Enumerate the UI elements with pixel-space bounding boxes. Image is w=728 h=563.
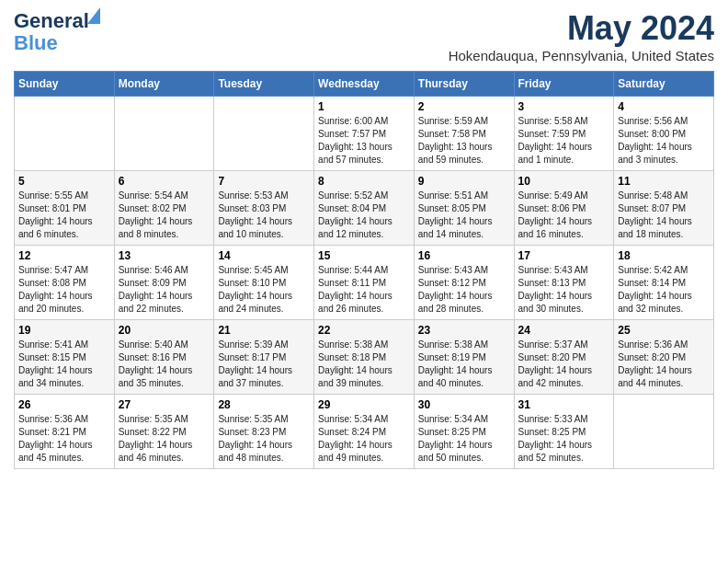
- calendar-day-cell: 19Sunrise: 5:41 AM Sunset: 8:15 PM Dayli…: [15, 320, 115, 395]
- calendar-day-cell: 26Sunrise: 5:36 AM Sunset: 8:21 PM Dayli…: [15, 395, 115, 469]
- day-number: 13: [119, 249, 210, 262]
- calendar-day-cell: 6Sunrise: 5:54 AM Sunset: 8:02 PM Daylig…: [114, 171, 214, 246]
- day-info: Sunrise: 5:47 AM Sunset: 8:08 PM Dayligh…: [18, 264, 110, 316]
- main-title: May 2024: [449, 9, 714, 48]
- day-info: Sunrise: 5:54 AM Sunset: 8:02 PM Dayligh…: [119, 190, 210, 241]
- calendar-day-cell: 15Sunrise: 5:44 AM Sunset: 8:11 PM Dayli…: [314, 246, 415, 320]
- day-info: Sunrise: 5:43 AM Sunset: 8:13 PM Dayligh…: [518, 264, 610, 316]
- day-number: 9: [418, 175, 510, 188]
- logo: General Blue: [14, 9, 89, 55]
- calendar-day-cell: [614, 395, 714, 469]
- logo-blue: Blue: [14, 31, 58, 55]
- day-info: Sunrise: 5:59 AM Sunset: 7:58 PM Dayligh…: [418, 115, 510, 167]
- day-info: Sunrise: 5:34 AM Sunset: 8:25 PM Dayligh…: [418, 413, 510, 465]
- calendar-table: SundayMondayTuesdayWednesdayThursdayFrid…: [14, 71, 714, 469]
- day-info: Sunrise: 5:41 AM Sunset: 8:15 PM Dayligh…: [18, 339, 110, 390]
- day-number: 17: [518, 249, 610, 262]
- calendar-day-cell: 18Sunrise: 5:42 AM Sunset: 8:14 PM Dayli…: [614, 246, 714, 320]
- day-info: Sunrise: 5:43 AM Sunset: 8:12 PM Dayligh…: [418, 264, 510, 316]
- day-info: Sunrise: 5:36 AM Sunset: 8:20 PM Dayligh…: [618, 339, 710, 390]
- calendar-day-cell: 14Sunrise: 5:45 AM Sunset: 8:10 PM Dayli…: [214, 246, 314, 320]
- calendar-day-cell: 7Sunrise: 5:53 AM Sunset: 8:03 PM Daylig…: [214, 171, 314, 246]
- calendar-day-cell: 8Sunrise: 5:52 AM Sunset: 8:04 PM Daylig…: [314, 171, 415, 246]
- day-number: 18: [618, 249, 710, 262]
- day-info: Sunrise: 5:55 AM Sunset: 8:01 PM Dayligh…: [18, 190, 110, 241]
- day-number: 27: [119, 398, 210, 411]
- day-info: Sunrise: 5:40 AM Sunset: 8:16 PM Dayligh…: [119, 339, 210, 390]
- day-number: 25: [618, 324, 710, 337]
- header-day: Friday: [514, 72, 614, 97]
- calendar-day-cell: 13Sunrise: 5:46 AM Sunset: 8:09 PM Dayli…: [114, 246, 214, 320]
- svg-marker-0: [87, 7, 100, 24]
- day-info: Sunrise: 5:38 AM Sunset: 8:18 PM Dayligh…: [318, 339, 410, 390]
- calendar-day-cell: 11Sunrise: 5:48 AM Sunset: 8:07 PM Dayli…: [614, 171, 714, 246]
- calendar-day-cell: 20Sunrise: 5:40 AM Sunset: 8:16 PM Dayli…: [114, 320, 214, 395]
- header-day: Saturday: [614, 72, 714, 97]
- day-number: 11: [618, 175, 710, 188]
- header: General Blue May 2024 Hokendauqua, Penns…: [14, 9, 714, 63]
- day-info: Sunrise: 5:35 AM Sunset: 8:23 PM Dayligh…: [218, 413, 310, 465]
- day-info: Sunrise: 5:36 AM Sunset: 8:21 PM Dayligh…: [18, 413, 110, 465]
- logo-triangle-icon: [87, 7, 100, 24]
- day-number: 8: [318, 175, 410, 188]
- header-row: SundayMondayTuesdayWednesdayThursdayFrid…: [15, 72, 714, 97]
- header-day: Sunday: [15, 72, 115, 97]
- day-number: 16: [418, 249, 510, 262]
- day-info: Sunrise: 5:42 AM Sunset: 8:14 PM Dayligh…: [618, 264, 710, 316]
- day-info: Sunrise: 5:52 AM Sunset: 8:04 PM Dayligh…: [318, 190, 410, 241]
- calendar-day-cell: 16Sunrise: 5:43 AM Sunset: 8:12 PM Dayli…: [414, 246, 514, 320]
- day-number: 10: [518, 175, 610, 188]
- day-number: 14: [218, 249, 310, 262]
- day-info: Sunrise: 5:39 AM Sunset: 8:17 PM Dayligh…: [218, 339, 310, 390]
- calendar-day-cell: [114, 97, 214, 171]
- day-number: 3: [518, 100, 610, 113]
- day-number: 4: [618, 100, 710, 113]
- day-number: 23: [418, 324, 510, 337]
- day-info: Sunrise: 5:46 AM Sunset: 8:09 PM Dayligh…: [119, 264, 210, 316]
- header-day: Thursday: [414, 72, 514, 97]
- day-number: 7: [218, 175, 310, 188]
- day-info: Sunrise: 5:51 AM Sunset: 8:05 PM Dayligh…: [418, 190, 510, 241]
- day-number: 24: [518, 324, 610, 337]
- day-number: 20: [119, 324, 210, 337]
- calendar-day-cell: 31Sunrise: 5:33 AM Sunset: 8:25 PM Dayli…: [514, 395, 614, 469]
- calendar-day-cell: 24Sunrise: 5:37 AM Sunset: 8:20 PM Dayli…: [514, 320, 614, 395]
- day-number: 5: [18, 175, 110, 188]
- calendar-day-cell: 21Sunrise: 5:39 AM Sunset: 8:17 PM Dayli…: [214, 320, 314, 395]
- day-info: Sunrise: 5:44 AM Sunset: 8:11 PM Dayligh…: [318, 264, 410, 316]
- day-number: 31: [518, 398, 610, 411]
- day-info: Sunrise: 5:58 AM Sunset: 7:59 PM Dayligh…: [518, 115, 610, 167]
- day-number: 1: [318, 100, 410, 113]
- day-info: Sunrise: 5:56 AM Sunset: 8:00 PM Dayligh…: [618, 115, 710, 167]
- day-info: Sunrise: 5:45 AM Sunset: 8:10 PM Dayligh…: [218, 264, 310, 316]
- calendar-day-cell: 22Sunrise: 5:38 AM Sunset: 8:18 PM Dayli…: [314, 320, 415, 395]
- calendar-day-cell: 5Sunrise: 5:55 AM Sunset: 8:01 PM Daylig…: [15, 171, 115, 246]
- calendar-week-row: 1Sunrise: 6:00 AM Sunset: 7:57 PM Daylig…: [15, 97, 714, 171]
- calendar-day-cell: 25Sunrise: 5:36 AM Sunset: 8:20 PM Dayli…: [614, 320, 714, 395]
- calendar-week-row: 19Sunrise: 5:41 AM Sunset: 8:15 PM Dayli…: [15, 320, 714, 395]
- calendar-day-cell: [214, 97, 314, 171]
- day-number: 21: [218, 324, 310, 337]
- logo-general: General: [14, 9, 89, 32]
- day-info: Sunrise: 6:00 AM Sunset: 7:57 PM Dayligh…: [318, 115, 410, 167]
- calendar-day-cell: [15, 97, 115, 171]
- header-day: Monday: [114, 72, 214, 97]
- calendar-day-cell: 23Sunrise: 5:38 AM Sunset: 8:19 PM Dayli…: [414, 320, 514, 395]
- day-number: 28: [218, 398, 310, 411]
- day-number: 19: [18, 324, 110, 337]
- header-day: Wednesday: [314, 72, 415, 97]
- calendar-week-row: 5Sunrise: 5:55 AM Sunset: 8:01 PM Daylig…: [15, 171, 714, 246]
- day-number: 26: [18, 398, 110, 411]
- calendar-day-cell: 3Sunrise: 5:58 AM Sunset: 7:59 PM Daylig…: [514, 97, 614, 171]
- calendar-day-cell: 1Sunrise: 6:00 AM Sunset: 7:57 PM Daylig…: [314, 97, 415, 171]
- day-info: Sunrise: 5:53 AM Sunset: 8:03 PM Dayligh…: [218, 190, 310, 241]
- day-number: 29: [318, 398, 410, 411]
- day-number: 12: [18, 249, 110, 262]
- day-info: Sunrise: 5:35 AM Sunset: 8:22 PM Dayligh…: [119, 413, 210, 465]
- day-number: 2: [418, 100, 510, 113]
- calendar-day-cell: 28Sunrise: 5:35 AM Sunset: 8:23 PM Dayli…: [214, 395, 314, 469]
- calendar-day-cell: 10Sunrise: 5:49 AM Sunset: 8:06 PM Dayli…: [514, 171, 614, 246]
- day-info: Sunrise: 5:38 AM Sunset: 8:19 PM Dayligh…: [418, 339, 510, 390]
- calendar-day-cell: 4Sunrise: 5:56 AM Sunset: 8:00 PM Daylig…: [614, 97, 714, 171]
- day-info: Sunrise: 5:48 AM Sunset: 8:07 PM Dayligh…: [618, 190, 710, 241]
